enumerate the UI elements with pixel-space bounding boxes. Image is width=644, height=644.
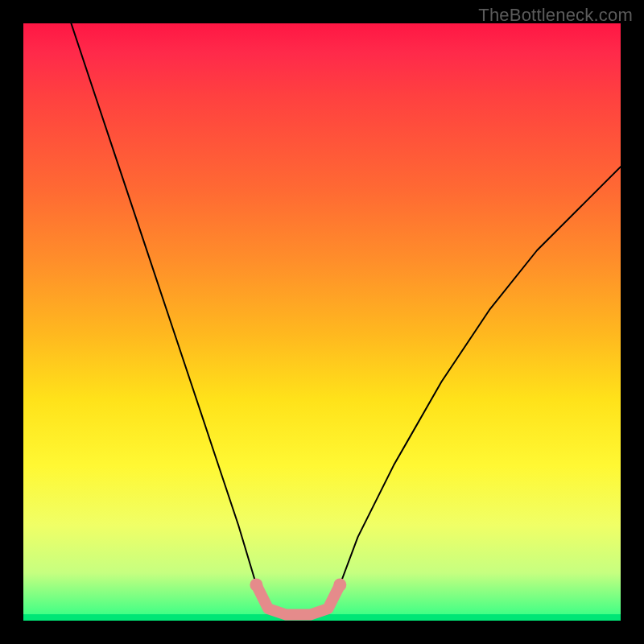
- svg-point-0: [250, 579, 262, 592]
- chart-frame: TheBottleneck.com: [0, 0, 644, 644]
- svg-point-1: [333, 579, 346, 592]
- plot-area: [23, 23, 621, 621]
- watermark-text: TheBottleneck.com: [478, 5, 633, 26]
- bottleneck-curve: [23, 23, 621, 621]
